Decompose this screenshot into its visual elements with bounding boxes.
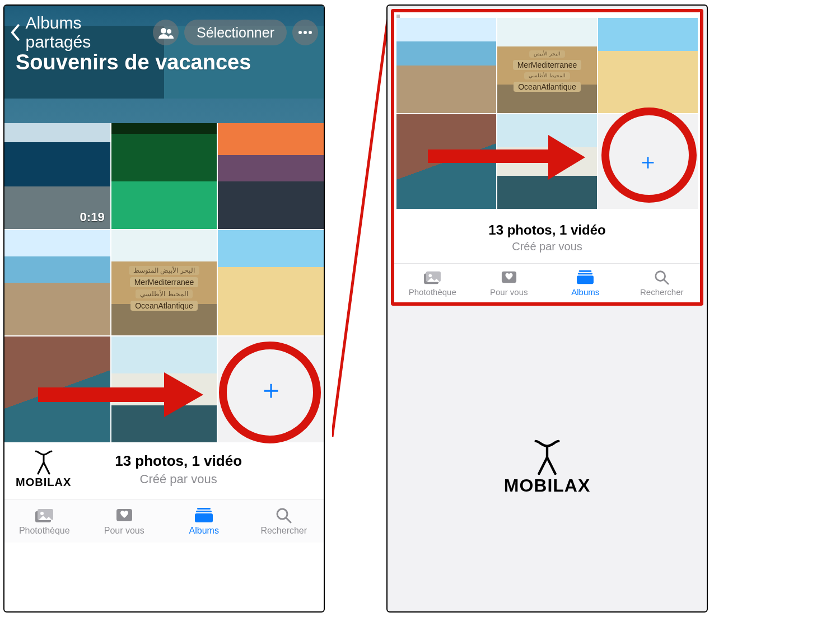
more-button[interactable] — [292, 20, 318, 45]
photo-thumbnail[interactable] — [218, 123, 324, 229]
svg-line-13 — [286, 518, 291, 522]
ellipsis-icon — [298, 30, 312, 35]
tab-foryou[interactable]: Pour vous — [85, 499, 165, 543]
photo-thumbnail[interactable] — [111, 123, 217, 229]
svg-rect-11 — [195, 513, 213, 522]
library-icon — [34, 507, 54, 523]
photo-thumbnail[interactable] — [497, 114, 597, 209]
svg-rect-10 — [196, 511, 212, 512]
summary-count: 13 photos, 1 vidéo — [81, 452, 276, 470]
library-icon — [423, 269, 442, 285]
select-button[interactable]: Sélectionner — [184, 20, 287, 45]
photo-thumbnail[interactable] — [111, 336, 217, 442]
mobilax-logo: MOBILAX — [388, 440, 707, 496]
photo-grid-zoom: البحر الأبيض MerMediterranee المحيط الأط… — [396, 18, 698, 209]
svg-rect-19 — [579, 270, 591, 272]
summary-count: 13 photos, 1 vidéo — [394, 222, 700, 238]
tab-library[interactable]: Photothèque — [4, 499, 85, 543]
chevron-left-icon[interactable] — [10, 24, 21, 41]
mobilax-logo: MOBILAX — [16, 450, 71, 489]
plus-icon: ＋ — [258, 372, 284, 408]
add-photo-button[interactable]: ＋ — [598, 114, 698, 209]
people-icon-button[interactable] — [153, 20, 179, 45]
search-icon — [652, 269, 671, 285]
tab-bar: Photothèque Pour vous Albums Rechercher — [4, 499, 324, 543]
tab-search[interactable]: Rechercher — [244, 499, 324, 543]
signpost-text: البحر الأبيض MerMediterranee المحيط الأط… — [507, 50, 587, 92]
nav-bar: Albums partagés Sélectionner — [4, 13, 324, 52]
search-icon — [274, 507, 294, 523]
annotation-connector-line — [332, 11, 388, 442]
tab-albums[interactable]: Albums — [164, 499, 244, 543]
mobilax-logo-icon — [30, 450, 57, 475]
album-title: Souvenirs de vacances — [16, 50, 251, 74]
svg-rect-9 — [197, 508, 211, 510]
svg-point-0 — [161, 28, 166, 34]
photo-thumbnail[interactable] — [4, 336, 110, 442]
back-label[interactable]: Albums partagés — [26, 13, 149, 52]
foryou-icon — [114, 507, 134, 523]
photo-thumbnail[interactable] — [396, 114, 496, 209]
tab-foryou[interactable]: Pour vous — [471, 264, 548, 302]
photo-thumbnail[interactable]: 0:19 — [4, 123, 110, 229]
tab-search[interactable]: Rechercher — [624, 264, 701, 302]
tab-albums[interactable]: Albums — [547, 264, 624, 302]
svg-point-4 — [309, 31, 312, 34]
photo-thumbnail[interactable] — [4, 230, 110, 336]
tab-library[interactable]: Photothèque — [394, 264, 471, 302]
album-hero: Albums partagés Sélectionner Souvenirs d… — [4, 6, 324, 123]
summary-creator: Créé par vous — [81, 472, 276, 487]
add-photo-button[interactable]: ＋ — [218, 336, 324, 442]
albums-icon — [194, 507, 214, 523]
svg-line-14 — [332, 17, 388, 437]
phone-screenshot-right: البحر الأبيض MerMediterranee المحيط الأط… — [386, 4, 708, 613]
video-duration-badge: 0:19 — [80, 210, 105, 225]
album-summary: MOBILAX 13 photos, 1 vidéo Créé par vous — [4, 442, 324, 499]
svg-point-2 — [298, 31, 302, 34]
plus-icon: ＋ — [637, 146, 659, 177]
photo-thumbnail[interactable]: البحر الأبيض المتوسط MerMediterranee الم… — [111, 230, 217, 336]
photo-thumbnail[interactable] — [396, 18, 496, 113]
foryou-icon — [500, 269, 519, 285]
album-summary: 13 photos, 1 vidéo Créé par vous — [394, 209, 700, 263]
summary-creator: Créé par vous — [394, 240, 700, 253]
photo-thumbnail[interactable] — [598, 18, 698, 113]
svg-point-17 — [429, 274, 432, 277]
phone-screenshot-left: Albums partagés Sélectionner Souvenirs d… — [3, 4, 325, 613]
signpost-text: البحر الأبيض المتوسط MerMediterranee الم… — [122, 266, 207, 311]
photo-grid: 0:19 البحر الأبيض المتوسط MerMediterrane… — [4, 123, 324, 442]
photo-thumbnail[interactable] — [218, 230, 324, 336]
mobilax-logo-icon — [528, 440, 567, 475]
svg-rect-21 — [577, 275, 594, 284]
svg-point-3 — [304, 31, 307, 34]
tab-bar: Photothèque Pour vous Albums Rechercher — [394, 263, 700, 302]
photo-thumbnail[interactable]: البحر الأبيض MerMediterranee المحيط الأط… — [497, 18, 597, 113]
svg-point-7 — [40, 512, 44, 515]
zoom-callout: البحر الأبيض MerMediterranee المحيط الأط… — [391, 9, 703, 306]
svg-point-1 — [167, 29, 171, 34]
svg-rect-20 — [578, 273, 592, 275]
svg-line-23 — [664, 280, 668, 284]
albums-icon — [576, 269, 595, 285]
